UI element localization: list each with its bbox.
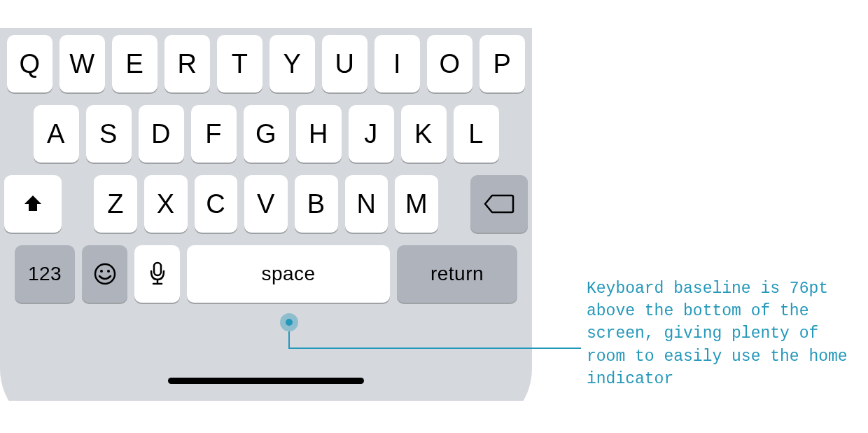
spacer <box>69 175 88 233</box>
key-return[interactable]: return <box>397 245 517 303</box>
key-r[interactable]: R <box>164 35 210 92</box>
key-i[interactable]: I <box>374 35 420 92</box>
phone-frame: Q W E R T Y U I O P A S D F G H J K L <box>0 0 532 433</box>
key-n[interactable]: N <box>345 175 388 233</box>
key-g[interactable]: G <box>244 105 289 163</box>
key-space[interactable]: space <box>187 245 390 303</box>
key-a[interactable]: A <box>34 105 79 163</box>
key-v[interactable]: V <box>244 175 288 233</box>
svg-rect-3 <box>154 263 161 275</box>
keyboard-row-2: A S D F G H J K L <box>4 105 528 163</box>
keyboard-row-1: Q W E R T Y U I O P <box>4 35 528 92</box>
key-m[interactable]: M <box>395 175 438 233</box>
key-shift[interactable] <box>4 175 62 233</box>
keyboard-row-4: 123 space return <box>4 245 528 303</box>
backspace-icon <box>484 193 514 214</box>
key-j[interactable]: J <box>349 105 394 163</box>
callout-line-vertical <box>288 331 290 348</box>
key-c[interactable]: C <box>195 175 238 233</box>
emoji-icon <box>93 262 117 286</box>
keyboard: Q W E R T Y U I O P A S D F G H J K L <box>0 28 532 308</box>
key-q[interactable]: Q <box>7 35 52 92</box>
key-p[interactable]: P <box>479 35 525 92</box>
key-e[interactable]: E <box>112 35 158 92</box>
key-l[interactable]: L <box>454 105 499 163</box>
key-f[interactable]: F <box>191 105 237 163</box>
key-y[interactable]: Y <box>270 35 315 92</box>
shift-icon <box>22 193 44 215</box>
svg-point-0 <box>95 264 115 284</box>
key-emoji[interactable] <box>82 245 127 303</box>
key-z[interactable]: Z <box>94 175 137 233</box>
svg-point-1 <box>100 270 103 273</box>
content-area <box>7 0 525 28</box>
home-indicator[interactable] <box>168 378 364 384</box>
key-h[interactable]: H <box>296 105 342 163</box>
below-keyboard-area <box>0 308 532 401</box>
key-123[interactable]: 123 <box>15 245 75 303</box>
key-t[interactable]: T <box>217 35 262 92</box>
mic-icon <box>148 261 167 287</box>
spacer <box>445 175 464 233</box>
key-o[interactable]: O <box>427 35 472 92</box>
key-b[interactable]: B <box>295 175 338 233</box>
key-x[interactable]: X <box>144 175 188 233</box>
key-u[interactable]: U <box>322 35 368 92</box>
key-k[interactable]: K <box>401 105 447 163</box>
annotation-text: Keyboard baseline is 76pt above the bott… <box>587 277 860 390</box>
callout-dot <box>286 319 293 326</box>
key-s[interactable]: S <box>86 105 132 163</box>
keyboard-row-3: Z X C V B N M <box>4 175 528 233</box>
callout-line-horizontal <box>288 348 581 349</box>
key-w[interactable]: W <box>59 35 105 92</box>
key-backspace[interactable] <box>470 175 528 233</box>
key-d[interactable]: D <box>139 105 184 163</box>
key-mic[interactable] <box>134 245 180 303</box>
callout-marker <box>280 313 298 331</box>
svg-point-2 <box>107 270 110 273</box>
